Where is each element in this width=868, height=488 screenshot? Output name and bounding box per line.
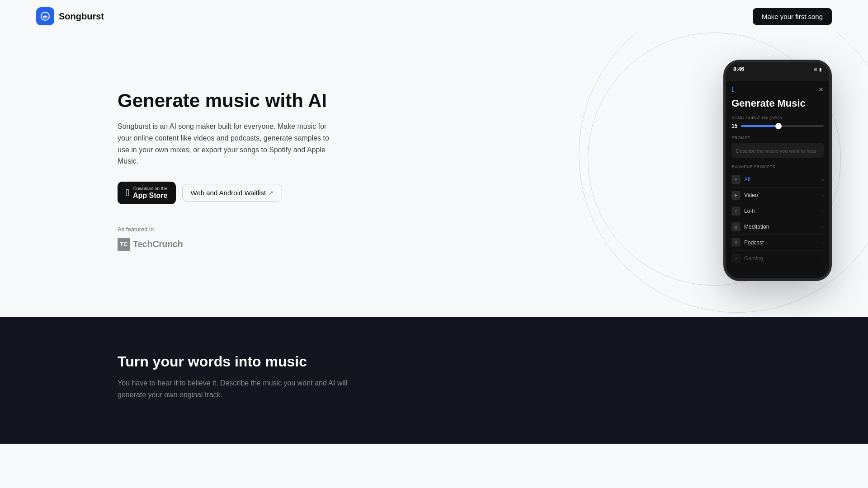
hero-buttons:  Download on the App Store Web and Andr… <box>118 182 335 204</box>
logo-name: Songburst <box>59 11 104 22</box>
apple-icon:  <box>126 187 129 199</box>
phone-mockup: 8:46 ⊘ ▮ ℹ ✕ Generate Music SONG DURATIO… <box>723 60 832 281</box>
phone-frame: 8:46 ⊘ ▮ ℹ ✕ Generate Music SONG DURATIO… <box>723 60 832 281</box>
phone-list-item-icon: ♫ <box>731 206 741 216</box>
phone-notch <box>760 74 796 81</box>
phone-prompt-area[interactable]: Describe the music you want to hear <box>731 143 824 158</box>
make-first-song-button[interactable]: Make your first song <box>753 8 832 25</box>
chevron-right-icon: › <box>822 209 824 214</box>
phone-prompt-placeholder: Describe the music you want to hear <box>736 148 816 154</box>
phone-list-item-label: Meditation <box>744 224 769 230</box>
phone-status-icons: ⊘ ▮ <box>814 67 822 72</box>
hero-description: Songburst is an AI song maker built for … <box>118 121 335 167</box>
app-store-bottom-label: App Store <box>133 191 167 200</box>
wifi-icon: ⊘ <box>814 67 817 72</box>
phone-list-item-meditation[interactable]: ◎ Meditation › <box>731 219 824 235</box>
logo-icon <box>36 7 54 25</box>
phone-status-bar: 8:46 ⊘ ▮ <box>726 62 829 74</box>
phone-list-item-left: ▶ Video <box>731 191 758 200</box>
app-store-button[interactable]:  Download on the App Store <box>118 182 176 204</box>
phone-info-icon[interactable]: ℹ <box>731 86 734 93</box>
hero-left: Generate music with AI Songburst is an A… <box>118 90 335 251</box>
app-store-top-label: Download on the <box>133 186 167 191</box>
dark-section: Turn your words into music You have to h… <box>0 317 868 444</box>
phone-screen-title: Generate Music <box>731 98 824 109</box>
waitlist-label: Web and Android Waitlist <box>191 189 266 197</box>
phone-list-item-video[interactable]: ▶ Video › <box>731 188 824 203</box>
chevron-right-icon: › <box>822 177 824 182</box>
techcrunch-logo: TC TechCrunch <box>118 238 335 251</box>
phone-list-item-icon: ✦ <box>731 175 741 184</box>
svg-point-1 <box>44 15 46 17</box>
phone-list: ✦ All › ▶ Video › ♫ Lo-fi › ◎ Meditation… <box>731 172 824 267</box>
chevron-right-icon: › <box>822 193 824 198</box>
tc-square-icon: TC <box>118 238 130 251</box>
dark-section-title: Turn your words into music <box>118 353 750 370</box>
external-link-icon: ➚ <box>269 189 274 196</box>
phone-screen-content: ℹ ✕ Generate Music SONG DURATION (SEC) 1… <box>726 81 829 278</box>
header: Songburst Make your first song <box>0 0 868 33</box>
dark-section-description: You have to hear it to believe it. Descr… <box>118 377 371 400</box>
phone-duration-value: 15 <box>731 123 737 129</box>
phone-slider[interactable] <box>741 125 824 127</box>
phone-top-bar: ℹ ✕ <box>731 86 824 93</box>
phone-prompt-label: PROMPT <box>731 136 824 140</box>
phone-slider-fill <box>741 125 778 127</box>
phone-list-item-left: ✦ All <box>731 175 750 184</box>
phone-list-item-all[interactable]: ✦ All › <box>731 172 824 188</box>
phone-list-item-left: ◎ Meditation <box>731 222 769 231</box>
app-store-text: Download on the App Store <box>133 186 167 200</box>
hero-section: Generate music with AI Songburst is an A… <box>0 33 868 317</box>
featured-in-label: As featured in <box>118 226 335 233</box>
logo-area: Songburst <box>36 7 104 25</box>
battery-icon: ▮ <box>819 67 822 72</box>
phone-slider-thumb <box>775 123 782 129</box>
phone-close-icon[interactable]: ✕ <box>818 86 824 93</box>
hero-title: Generate music with AI <box>118 90 335 112</box>
waitlist-button[interactable]: Web and Android Waitlist ➚ <box>182 184 283 202</box>
phone-list-item-label: Lo-fi <box>744 208 755 214</box>
chevron-right-icon: › <box>822 225 824 230</box>
techcrunch-text: TechCrunch <box>133 239 183 249</box>
phone-list-item-icon: ◎ <box>731 222 741 231</box>
phone-slider-row: 15 <box>731 123 824 129</box>
phone-list-item-label: Video <box>744 192 758 198</box>
phone-duration-label: SONG DURATION (SEC) <box>731 116 824 120</box>
phone-list-item-label: All <box>744 176 750 183</box>
phone-list-item-lo-fi[interactable]: ♫ Lo-fi › <box>731 203 824 219</box>
phone-fade-overlay <box>731 239 824 267</box>
phone-list-item-icon: ▶ <box>731 191 741 200</box>
phone-example-prompts-label: EXAMPLE PROMPTS <box>731 164 824 169</box>
phone-time: 8:46 <box>733 66 744 72</box>
phone-list-item-left: ♫ Lo-fi <box>731 206 755 216</box>
